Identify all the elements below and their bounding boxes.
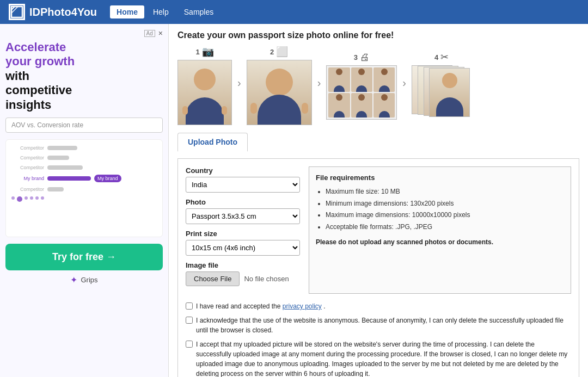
ad-brand-icon: ✦ xyxy=(70,275,77,285)
checkbox-storage[interactable] xyxy=(186,341,193,348)
step1-photo xyxy=(177,60,232,125)
ad-dots-area xyxy=(11,196,157,202)
checkbox-anonymous-label: I acknowledge that the use of the websit… xyxy=(196,316,571,335)
image-file-group: Image file Choose File No file chosen xyxy=(186,261,300,286)
ad-headline-line1: Accelerate xyxy=(5,40,163,54)
photo-select[interactable]: Passport 3.5x3.5 cm Passport 5x5 cm Visa… xyxy=(186,208,300,224)
crop-icon: ⬜ xyxy=(276,46,288,58)
ad-bar-row-mybrand: My brand My brand xyxy=(11,175,157,182)
ad-headline-line5: insights xyxy=(5,98,163,112)
no-file-text: No file chosen xyxy=(244,275,289,283)
form-left: Country India USA UK Germany France Aust… xyxy=(186,166,300,294)
checkbox-row-1: I have read and accepted the privacy pol… xyxy=(186,301,571,311)
file-req-item-2: Minimum image dimensions: 130x200 pixels xyxy=(326,198,564,210)
step-1: 1 📷 xyxy=(177,46,232,125)
print-size-label: Print size xyxy=(186,230,300,238)
ad-cta-button[interactable]: Try for free → xyxy=(5,244,163,270)
step-3: 3 🖨 xyxy=(326,52,397,120)
step-arrow-2: › xyxy=(317,77,321,89)
nav-home[interactable]: Home xyxy=(110,5,144,18)
ad-bar-row-3: Competitor xyxy=(11,165,157,170)
choose-file-button[interactable]: Choose File xyxy=(186,271,240,286)
ad-bar-row-1: Competitor xyxy=(11,145,157,151)
file-req-list: Maximum file size: 10 MB Minimum image d… xyxy=(316,186,564,233)
file-req-item-1: Maximum file size: 10 MB xyxy=(326,186,564,198)
privacy-policy-link[interactable]: privacy policy xyxy=(283,302,322,310)
checkbox-privacy-label: I have read and accepted the privacy pol… xyxy=(196,301,326,311)
checkbox-privacy[interactable] xyxy=(186,302,193,310)
steps-row: 1 📷 › 2 ⬜ xyxy=(177,46,579,125)
layout: Ad × Accelerate your growth with competi… xyxy=(0,24,588,377)
step2-photo xyxy=(247,60,312,125)
ad-headline: Accelerate your growth with competitive … xyxy=(5,40,163,112)
svg-line-2 xyxy=(11,7,18,13)
checkbox-storage-label: I accept that my uploaded picture will b… xyxy=(196,339,571,377)
ad-input-mock: AOV vs. Conversion rate xyxy=(5,118,163,133)
ad-brand: ✦ Grips xyxy=(5,275,163,285)
country-label: Country xyxy=(186,166,300,175)
form-columns: Country India USA UK Germany France Aust… xyxy=(186,166,571,294)
photo-group: Photo Passport 3.5x3.5 cm Passport 5x5 c… xyxy=(186,198,300,224)
image-file-label: Image file xyxy=(186,261,300,269)
nav-help[interactable]: Help xyxy=(146,5,175,18)
print-size-select[interactable]: 10x15 cm (4x6 inch) 13x18 cm (5x7 inch) xyxy=(186,240,300,256)
ad-headline-line2: your growth xyxy=(5,54,163,69)
ad-chart-area: Competitor Competitor Competitor My bran… xyxy=(5,139,163,237)
ad-label: Ad xyxy=(144,30,155,37)
file-requirements: File requirements Maximum file size: 10 … xyxy=(309,166,571,294)
file-req-item-3: Maximum image dimensions: 10000x10000 pi… xyxy=(326,209,564,221)
ad-headline-line3: with xyxy=(5,69,163,83)
camera-icon: 📷 xyxy=(202,46,214,58)
header: IDPhoto4You Home Help Samples xyxy=(0,0,588,24)
country-group: Country India USA UK Germany France Aust… xyxy=(186,166,300,193)
ad-brand-name: Grips xyxy=(81,276,97,284)
ad-headline-line4: competitive xyxy=(5,83,163,97)
checkbox-row-3: I accept that my uploaded picture will b… xyxy=(186,339,571,377)
left-ad: Ad × Accelerate your growth with competi… xyxy=(0,24,169,377)
step-arrow-1: › xyxy=(237,77,241,89)
page-heading: Create your own passport size photo onli… xyxy=(177,30,579,40)
file-req-item-4: Acceptable file formats: .JPG, .JPEG xyxy=(326,221,564,233)
ad-bar-row-2: Competitor xyxy=(11,155,157,160)
step-arrow-3: › xyxy=(402,77,406,89)
form-area: Country India USA UK Germany France Aust… xyxy=(177,158,579,377)
logo-icon xyxy=(9,4,25,20)
ad-close-button[interactable]: × xyxy=(158,29,163,37)
checkbox-anonymous[interactable] xyxy=(186,317,193,324)
upload-photo-tab[interactable]: Upload Photo xyxy=(177,133,248,152)
nav: Home Help Samples xyxy=(110,5,220,18)
logo-area: IDPhoto4You xyxy=(9,4,97,20)
no-scan-warning: Please do not upload any scanned photos … xyxy=(316,238,564,246)
checkboxes-area: I have read and accepted the privacy pol… xyxy=(186,301,571,377)
ad-close-bar: Ad × xyxy=(5,29,163,37)
checkbox-row-2: I acknowledge that the use of the websit… xyxy=(186,316,571,335)
print-size-group: Print size 10x15 cm (4x6 inch) 13x18 cm … xyxy=(186,230,300,256)
step4-stack xyxy=(412,65,471,120)
country-select[interactable]: India USA UK Germany France Australia xyxy=(186,177,300,193)
print-icon: 🖨 xyxy=(360,52,370,63)
step3-grid xyxy=(326,65,397,120)
file-req-title: File requirements xyxy=(316,174,564,182)
ad-bar-row-4: Competitor xyxy=(11,187,157,192)
step-4: 4 ✂ xyxy=(412,51,471,120)
scissors-icon: ✂ xyxy=(440,51,449,63)
tab-area: Upload Photo xyxy=(177,133,579,152)
step-2: 2 ⬜ xyxy=(247,46,312,125)
nav-samples[interactable]: Samples xyxy=(177,5,220,18)
file-input-row: Choose File No file chosen xyxy=(186,271,300,286)
logo-text: IDPhoto4You xyxy=(29,6,97,18)
photo-label: Photo xyxy=(186,198,300,206)
main-content: Create your own passport size photo onli… xyxy=(169,24,588,377)
